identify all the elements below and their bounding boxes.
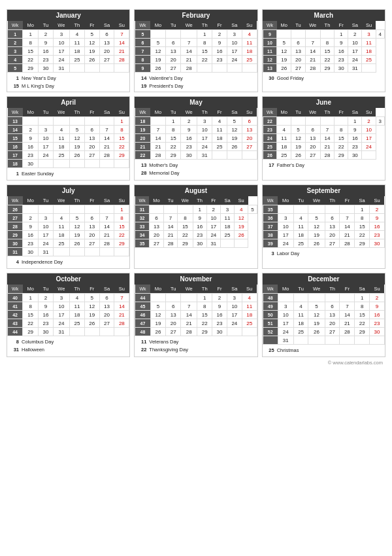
day-cell [291, 117, 305, 126]
day-cell: 4 [277, 126, 291, 134]
day-cell: 13 [99, 302, 114, 311]
table-row: 3512 [263, 205, 384, 214]
day-cell: 31 [39, 248, 54, 256]
col-header-tu: Tu [166, 21, 181, 30]
holiday-item: 28Memorial Day [137, 169, 254, 177]
day-cell [242, 151, 257, 160]
day-cell [320, 30, 334, 39]
month-block-march: MarchWkMoTuWeThFrSaSu9123410567891011111… [262, 9, 385, 92]
day-cell: 5 [291, 126, 305, 134]
col-header-tu: Tu [291, 108, 305, 117]
day-cell [150, 30, 166, 39]
day-cell: 11 [220, 214, 234, 222]
col-header-su: Su [242, 21, 257, 30]
day-cell: 5 [84, 30, 99, 39]
day-cell: 6 [325, 302, 340, 311]
holiday-day: 13 [137, 162, 146, 169]
day-cell: 23 [348, 143, 362, 151]
day-cell: 19 [235, 222, 248, 231]
month-header: February [135, 10, 257, 21]
day-cell: 12 [84, 302, 99, 311]
day-cell [212, 64, 227, 73]
day-cell: 15 [23, 311, 39, 319]
col-header-fr: Fr [340, 196, 355, 205]
holidays-section: 30Good Friday [263, 73, 385, 84]
month-header: October [7, 273, 129, 285]
day-cell: 4 [242, 30, 257, 39]
week-number: 16 [8, 143, 23, 151]
day-cell: 4 [212, 117, 227, 126]
table-row: 159101112131415 [8, 134, 129, 143]
day-cell [53, 117, 69, 126]
table-row: 2518192021222324 [263, 143, 384, 151]
week-number: 36 [263, 214, 278, 222]
day-cell: 13 [325, 311, 340, 319]
day-cell [278, 205, 293, 214]
table-row: 289101112131415 [8, 222, 129, 231]
day-cell: 19 [69, 231, 84, 239]
day-cell: 16 [370, 222, 385, 231]
day-cell: 19 [277, 56, 291, 64]
week-number: 20 [135, 134, 150, 143]
holiday-item: 17Father's Day [265, 162, 382, 169]
day-cell: 22 [197, 56, 212, 64]
holiday-name: Christmas [277, 347, 299, 355]
day-cell: 5 [227, 117, 242, 126]
day-cell: 23 [212, 319, 227, 328]
day-cell: 7 [181, 302, 197, 311]
day-cell: 20 [166, 319, 181, 328]
table-row: 2411121314151617 [263, 134, 384, 143]
day-cell: 24 [362, 143, 376, 151]
day-cell: 4 [69, 294, 84, 302]
day-cell: 26 [308, 328, 325, 336]
table-row: 3710111213141516 [263, 222, 384, 231]
month-block-august: AugustWkMoTuWeThFrSaSu311234532678910111… [134, 184, 257, 269]
day-cell: 27 [84, 239, 99, 248]
holiday-day: 22 [137, 346, 146, 354]
day-cell: 20 [84, 231, 99, 239]
month-block-april: AprilWkMoTuWeThFrSaSu1311423456781591011… [7, 96, 130, 181]
col-header-fr: Fr [206, 196, 220, 205]
day-cell: 11 [277, 134, 291, 143]
day-cell: 11 [242, 302, 257, 311]
col-header-su: Su [114, 21, 129, 30]
day-cell: 18 [242, 47, 257, 56]
day-cell: 14 [305, 47, 320, 56]
col-header-su: Su [114, 108, 129, 117]
day-cell: 25 [277, 151, 291, 160]
day-cell: 2 [370, 205, 385, 214]
table-row: 5293031 [8, 64, 129, 73]
day-cell: 26 [308, 239, 325, 248]
day-cell [227, 328, 242, 336]
week-number: 32 [135, 214, 150, 222]
week-number: 31 [135, 205, 150, 214]
col-header-fr: Fr [84, 108, 99, 117]
day-cell: 12 [84, 39, 99, 47]
day-cell: 21 [340, 231, 355, 239]
day-cell [84, 248, 99, 256]
day-cell: 14 [99, 134, 114, 143]
day-cell: 8 [23, 302, 39, 311]
month-block-december: DecemberWkMoTuWeThFrSaSu4812493456789501… [262, 273, 385, 357]
col-header-we: We [181, 108, 197, 117]
day-cell: 19 [150, 56, 166, 64]
day-cell: 8 [114, 126, 129, 134]
day-cell: 15 [114, 134, 129, 143]
table-row: 261 [8, 205, 129, 214]
month-header: November [135, 273, 257, 285]
col-header-tu: Tu [166, 285, 181, 294]
col-header-wk: Wk [263, 196, 278, 205]
table-row: 819202122232425 [135, 56, 257, 64]
day-cell: 29 [23, 328, 39, 336]
month-block-june: JuneWkMoTuWeThFrSaSu22123234567891024111… [262, 96, 385, 181]
day-cell: 3 [53, 294, 69, 302]
day-cell [84, 64, 99, 73]
day-cell: 29 [335, 151, 348, 160]
table-row: 3924252627282930 [263, 239, 384, 248]
day-cell: 24 [39, 151, 54, 160]
day-cell: 4 [53, 126, 69, 134]
day-cell: 21 [340, 319, 355, 328]
day-cell: 7 [114, 30, 129, 39]
holiday-item: 4Independence Day [10, 258, 127, 266]
day-cell: 12 [308, 222, 325, 231]
